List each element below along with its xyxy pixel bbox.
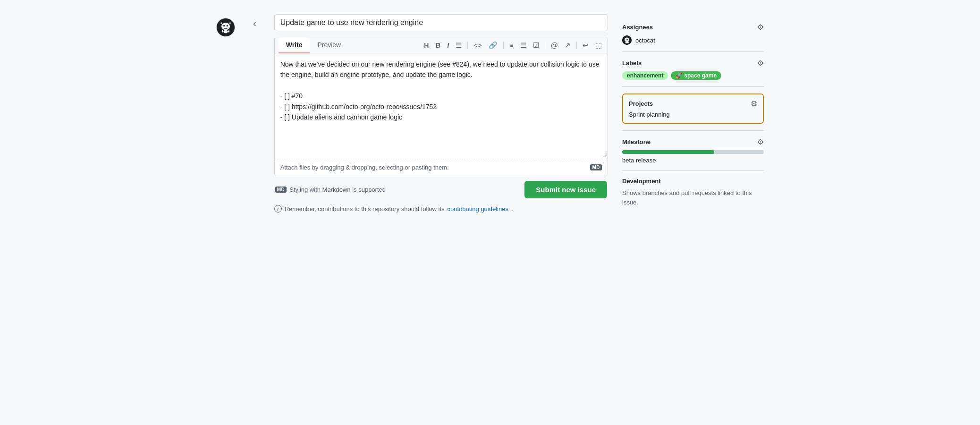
markdown-note: MD Styling with Markdown is supported [275, 186, 386, 193]
milestone-bar-fill [622, 150, 714, 154]
label-space-game: 🚀 space game [671, 71, 721, 80]
editor-tabs-bar: Write Preview H B I ☰ <> 🔗 ≡ ☰ ☑ @ ↗ [275, 37, 608, 53]
back-button[interactable]: ‹ [249, 14, 260, 29]
bold-icon[interactable]: B [433, 40, 442, 50]
assignees-header: Assignees ⚙ [622, 23, 764, 32]
toolbar-icons: H B I ☰ <> 🔗 ≡ ☰ ☑ @ ↗ ↩ ⬚ [422, 40, 604, 51]
labels-title: Labels [622, 60, 642, 67]
project-name: Sprint planning [629, 111, 757, 118]
link-icon[interactable]: 🔗 [487, 40, 499, 51]
projects-box: Projects ⚙ Sprint planning [622, 94, 764, 124]
tasklist-icon[interactable]: ☑ [531, 40, 541, 51]
markdown-note-text: Styling with Markdown is supported [289, 186, 386, 193]
assignee-row: octocat [622, 35, 764, 45]
submit-button[interactable]: Submit new issue [524, 181, 607, 198]
projects-gear-icon[interactable]: ⚙ [751, 99, 757, 108]
svg-point-3 [227, 25, 228, 26]
issue-body-textarea[interactable]: Now that we've decided on our new render… [275, 53, 608, 157]
main-content: Write Preview H B I ☰ <> 🔗 ≡ ☰ ☑ @ ↗ [274, 14, 608, 212]
avatar [216, 18, 235, 37]
bottom-bar: MD Styling with Markdown is supported Su… [274, 181, 608, 198]
undo-icon[interactable]: ↩ [581, 40, 591, 51]
footer-note: i Remember, contributions to this reposi… [274, 205, 608, 212]
tab-write[interactable]: Write [279, 37, 310, 53]
toolbar-sep-4 [576, 42, 577, 49]
assignees-title: Assignees [622, 24, 653, 31]
footer-end: . [511, 205, 513, 212]
issue-title-input[interactable] [274, 14, 608, 31]
heading-icon[interactable]: H [422, 41, 431, 50]
projects-header: Projects ⚙ [629, 99, 757, 108]
assignees-section: Assignees ⚙ octocat [622, 16, 764, 52]
milestone-title: Milestone [622, 138, 651, 145]
toolbar-sep-1 [467, 42, 468, 49]
info-icon: i [274, 205, 282, 212]
toolbar-sep-3 [545, 42, 545, 49]
milestone-name: beta release [622, 157, 764, 164]
tab-preview[interactable]: Preview [310, 37, 348, 53]
reference-icon[interactable]: ↗ [563, 40, 573, 51]
md-badge: MD [590, 164, 602, 170]
assignee-name: octocat [635, 37, 655, 44]
assignee-avatar-icon [622, 35, 632, 45]
labels-header: Labels ⚙ [622, 59, 764, 68]
development-text: Shows branches and pull requests linked … [622, 188, 764, 207]
labels-row: enhancement 🚀 space game [622, 71, 764, 80]
page-wrapper: ‹ Write Preview H B I ☰ <> 🔗 ≡ [207, 0, 773, 228]
label-enhancement: enhancement [622, 71, 668, 80]
svg-point-9 [626, 42, 628, 43]
attach-text: Attach files by dragging & dropping, sel… [280, 164, 449, 171]
italic-icon[interactable]: I [445, 40, 451, 50]
code-icon[interactable]: <> [472, 40, 484, 50]
sidebar: Assignees ⚙ octocat [622, 14, 764, 213]
toolbar-sep-2 [503, 42, 504, 49]
md-badge-bottom: MD [275, 187, 287, 193]
milestone-section: Milestone ⚙ beta release [622, 131, 764, 171]
development-header: Development [622, 178, 764, 185]
unordered-list-icon[interactable]: ≡ [507, 40, 515, 50]
labels-gear-icon[interactable]: ⚙ [757, 59, 764, 68]
labels-section: Labels ⚙ enhancement 🚀 space game [622, 52, 764, 87]
quote-icon[interactable]: ☰ [454, 40, 464, 51]
development-section: Development Shows branches and pull requ… [622, 171, 764, 213]
milestone-header: Milestone ⚙ [622, 137, 764, 146]
projects-title: Projects [629, 100, 653, 107]
projects-section: Projects ⚙ Sprint planning [622, 87, 764, 131]
fullscreen-icon[interactable]: ⬚ [593, 40, 604, 51]
milestone-bar-container [622, 150, 764, 154]
svg-point-2 [223, 25, 225, 26]
ordered-list-icon[interactable]: ☰ [518, 40, 528, 51]
svg-point-8 [627, 39, 628, 40]
svg-point-7 [626, 39, 627, 40]
assignee-avatar [622, 35, 632, 45]
octocat-icon [217, 19, 234, 36]
contributing-guidelines-link[interactable]: contributing guidelines [448, 205, 508, 212]
editor-container: Write Preview H B I ☰ <> 🔗 ≡ ☰ ☑ @ ↗ [274, 37, 608, 176]
milestone-gear-icon[interactable]: ⚙ [757, 137, 764, 146]
user-avatar-area [216, 14, 235, 37]
footer-text: Remember, contributions to this reposito… [285, 205, 445, 212]
attach-bar: Attach files by dragging & dropping, sel… [275, 159, 608, 176]
mention-icon[interactable]: @ [549, 40, 560, 50]
svg-point-4 [224, 30, 228, 34]
development-title: Development [622, 178, 661, 185]
assignees-gear-icon[interactable]: ⚙ [757, 23, 764, 32]
